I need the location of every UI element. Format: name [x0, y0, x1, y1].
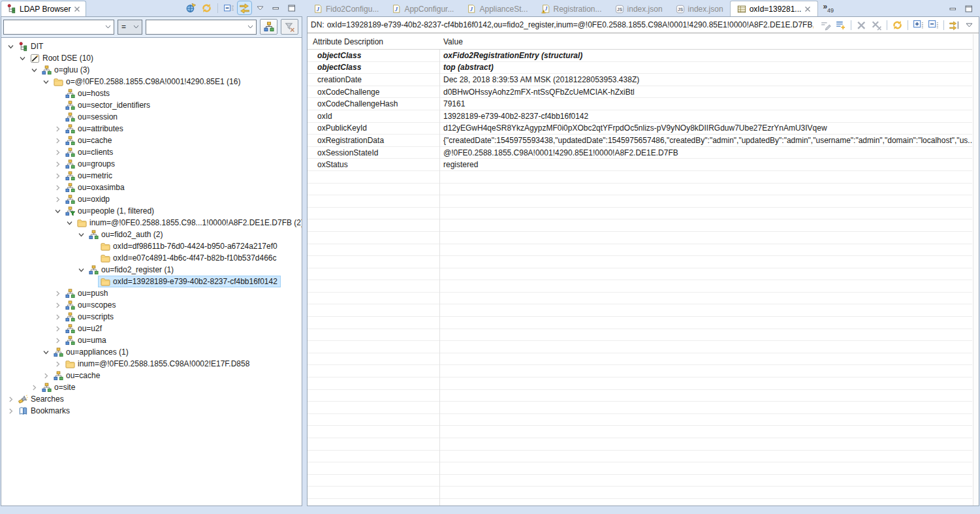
tree-node[interactable]: oxId=e07c4891-4b6c-4f47-b82b-f10b537d466…	[98, 252, 280, 264]
tree-item[interactable]: ou=cache	[1, 370, 302, 381]
tree-node[interactable]: ou=clients	[63, 146, 116, 158]
quick-search-operator-value[interactable]: =	[118, 22, 131, 31]
attribute-value-cell[interactable]: oxFido2RegistrationEntry (structural)	[439, 50, 972, 61]
tree-item[interactable]: DIT	[1, 40, 302, 52]
attribute-value-cell[interactable]: 13928189-e739-40b2-8237-cf4bb16f0142	[439, 110, 972, 122]
tree-node[interactable]: ou=fido2_auth (2)	[86, 229, 166, 240]
edit-value-button[interactable]	[819, 18, 832, 31]
tree-node[interactable]: Root DSE (10)	[27, 52, 97, 64]
tree-item[interactable]: ou=fido2_register (1)	[1, 264, 302, 276]
editor-tab[interactable]: JAppConfigur...	[385, 1, 460, 16]
minimize-icon[interactable]	[949, 5, 957, 12]
tree-node[interactable]: oxId=df98611b-76d0-4424-b950-a6724a217ef…	[98, 240, 281, 252]
tree-node[interactable]: ou=appliances (1)	[51, 346, 132, 358]
attribute-value-cell[interactable]: @!0FE0.2588.1855.C98A!0001!4290.85E1!000…	[439, 147, 972, 159]
attribute-value-cell[interactable]: d12yEGwH4qeSR8YkzAgypzMF0i0pXObc2qtYFrpd…	[439, 123, 972, 135]
tree-node[interactable]: ou=groups	[63, 158, 118, 170]
attribute-name-cell[interactable]: oxRegistrationData	[308, 135, 439, 146]
tree-node[interactable]: DIT	[16, 40, 46, 52]
quick-search-value-combo[interactable]	[146, 20, 257, 35]
tree-node[interactable]: ou=scopes	[63, 299, 119, 311]
attribute-value-cell[interactable]: 79161	[439, 98, 972, 110]
expander-expand-icon[interactable]	[52, 302, 63, 308]
delete-all-attributes-button[interactable]	[870, 18, 883, 31]
chevron-down-icon[interactable]	[131, 25, 142, 29]
expander-collapse-icon[interactable]	[40, 79, 51, 85]
expander-expand-icon[interactable]	[52, 173, 63, 179]
attribute-value-cell[interactable]: registered	[439, 159, 972, 170]
expander-expand-icon[interactable]	[52, 185, 63, 191]
expander-expand-icon[interactable]	[52, 150, 63, 155]
tree-item[interactable]: ou=cache	[1, 135, 302, 146]
tree-node[interactable]: o=@!0FE0.2588.1855.C98A!0001!4290.85E1 (…	[51, 76, 244, 88]
expander-expand-icon[interactable]	[52, 291, 63, 297]
column-header-attribute-description[interactable]: Attribute Description	[308, 37, 439, 46]
attribute-value-cell[interactable]: d0BHwOHssyAohz2mFX-ntSsQFbZcUeMCIAK-hZxi…	[439, 86, 972, 98]
editor-tab[interactable]: JApplianceSt...	[460, 1, 534, 16]
expander-expand-icon[interactable]	[52, 338, 63, 344]
expander-expand-icon[interactable]	[52, 326, 63, 332]
tree-item[interactable]: ou=sector_identifiers	[1, 99, 302, 111]
attribute-row[interactable]: oxCodeChallengeHash79161	[308, 98, 972, 110]
attribute-name-cell[interactable]: objectClass	[308, 50, 439, 61]
tree-node[interactable]: ou=people (1, filtered)	[63, 205, 157, 217]
tree-node[interactable]: oxId=13928189-e739-40b2-8237-cf4bb16f014…	[98, 276, 281, 287]
expander-collapse-icon[interactable]	[52, 208, 63, 214]
expander-collapse-icon[interactable]	[76, 232, 86, 238]
tree-item[interactable]: ou=groups	[1, 158, 302, 170]
expander-collapse-icon[interactable]	[5, 44, 16, 50]
tree-node[interactable]: o=gluu (3)	[39, 64, 93, 76]
tree-item[interactable]: ou=oxidp	[1, 193, 302, 205]
ldap-browser-view-tab[interactable]: LDAP Browser	[1, 1, 86, 16]
tree-node[interactable]: ou=oxasimba	[63, 182, 128, 193]
attribute-row[interactable]: objectClasstop (abstract)	[308, 62, 972, 74]
refresh-button[interactable]	[200, 1, 213, 14]
maximize-button[interactable]	[285, 1, 298, 14]
quick-search-run-button[interactable]	[260, 19, 277, 35]
expander-expand-icon[interactable]	[52, 197, 63, 202]
tree-item[interactable]: oxId=13928189-e739-40b2-8237-cf4bb16f014…	[1, 276, 302, 287]
tree-item[interactable]: oxId=df98611b-76d0-4424-b950-a6724a217ef…	[1, 240, 302, 252]
editor-tab[interactable]: JSindex.json	[609, 1, 669, 16]
expander-expand-icon[interactable]	[40, 373, 51, 379]
attribute-row[interactable]: oxCodeChallenged0BHwOHssyAohz2mFX-ntSsQF…	[308, 86, 972, 99]
attribute-name-cell[interactable]: objectClass	[308, 62, 439, 74]
collapse-all-attrs-button[interactable]	[926, 18, 940, 31]
tree-node[interactable]: ou=oxidp	[63, 193, 113, 205]
tree-node[interactable]: Searches	[16, 393, 67, 405]
tree-item[interactable]: inum=@!0FE0.2588.1855.C98A!0002!E17F.D85…	[1, 358, 302, 370]
editor-tab[interactable]: oxId=139281...	[730, 1, 819, 16]
attribute-name-cell[interactable]: oxSessionStateId	[308, 147, 439, 159]
tab-overflow-button[interactable]: »49	[818, 2, 838, 16]
tree-node[interactable]: ou=fido2_register (1)	[86, 264, 177, 276]
tree-item[interactable]: ou=scripts	[1, 311, 302, 323]
attribute-name-cell[interactable]: creationDate	[308, 74, 439, 86]
attribute-name-cell[interactable]: oxId	[308, 110, 439, 122]
attribute-row[interactable]: creationDateDec 28, 2018 8:39:53 AM MSK …	[308, 74, 972, 86]
goto-arrows-button[interactable]	[947, 18, 961, 31]
tree-item[interactable]: Bookmarks	[1, 405, 302, 417]
close-icon[interactable]	[804, 6, 811, 12]
attribute-value-cell[interactable]: {"createdDate":1545975593438,"updatedDat…	[439, 135, 972, 146]
menu-chevron-button[interactable]	[962, 18, 976, 31]
chevron-down-icon[interactable]	[245, 25, 256, 29]
expander-expand-icon[interactable]	[52, 314, 63, 320]
editor-tab[interactable]: JRegistration...	[535, 1, 609, 16]
tree-node[interactable]: ou=hosts	[63, 88, 113, 99]
attribute-value-cell[interactable]: top (abstract)	[439, 62, 972, 74]
maximize-icon[interactable]	[965, 5, 973, 12]
editor-tab[interactable]: JFido2Configu...	[307, 1, 385, 16]
tree-item[interactable]: ou=fido2_auth (2)	[1, 229, 302, 240]
expander-expand-icon[interactable]	[52, 161, 63, 167]
attribute-name-cell[interactable]: oxPublicKeyId	[308, 123, 439, 135]
expander-collapse-icon[interactable]	[40, 349, 51, 355]
tree-item[interactable]: o=gluu (3)	[1, 64, 302, 76]
attribute-name-cell[interactable]: oxCodeChallengeHash	[308, 98, 439, 110]
tree-item[interactable]: o=site	[1, 381, 302, 393]
attribute-row[interactable]: oxSessionStateId@!0FE0.2588.1855.C98A!00…	[308, 147, 972, 159]
tree-node[interactable]: inum=@!0FE0.2588.1855.C98A!0002!E17F.D85…	[63, 358, 253, 370]
new-attribute-button[interactable]	[834, 18, 847, 31]
tree-node[interactable]: ou=session	[63, 111, 121, 123]
attribute-row[interactable]: oxId13928189-e739-40b2-8237-cf4bb16f0142	[308, 110, 972, 123]
tree-node[interactable]: ou=metric	[63, 170, 116, 182]
